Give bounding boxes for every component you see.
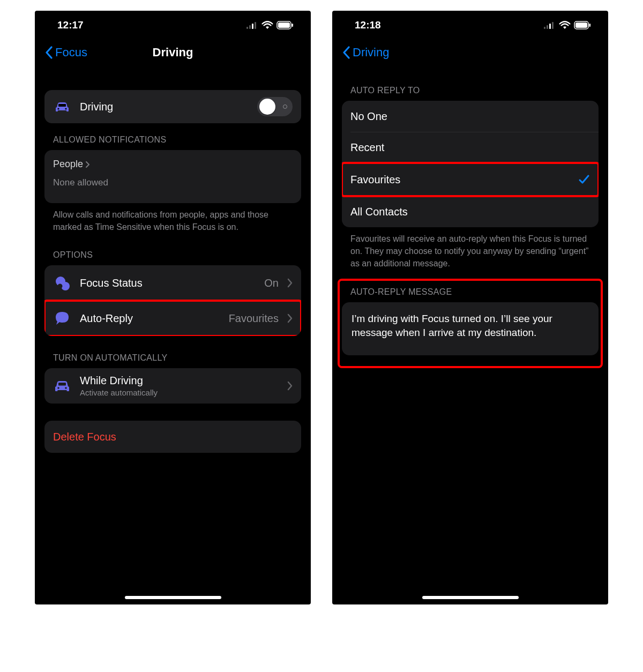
auto-reply-message-text[interactable]: I’m driving with Focus turned on. I’ll s… (342, 302, 599, 355)
auto-reply-row[interactable]: Auto-Reply Favourites (44, 301, 301, 336)
chat-bubble-icon (53, 309, 71, 327)
nav-bar: Driving (342, 39, 599, 66)
replyto-footer: Favourites will receive an auto-reply wh… (350, 233, 590, 270)
svg-rect-3 (255, 22, 256, 29)
status-time: 12:18 (355, 19, 381, 31)
chevron-left-icon (44, 46, 53, 59)
highlight-auto-reply: Auto-Reply Favourites (44, 301, 301, 336)
status-icons (246, 21, 294, 29)
svg-point-12 (58, 284, 63, 289)
section-header-allowed: ALLOWED NOTIFICATIONS (53, 135, 301, 145)
phone-right-auto-reply: 12:18 Driving AUTO REPLY TO No One R (332, 11, 608, 604)
chevron-right-icon (287, 381, 293, 391)
checkmark-icon (578, 174, 590, 185)
section-header-auto: TURN ON AUTOMATICALLY (53, 353, 301, 363)
nav-bar: Focus Driving (44, 39, 301, 66)
svg-rect-9 (58, 104, 66, 107)
status-icons (544, 21, 591, 29)
replyto-option-recent[interactable]: Recent (342, 132, 599, 163)
allowed-card[interactable]: People None allowed (44, 150, 301, 203)
svg-rect-15 (58, 383, 66, 386)
option-label: All Contacts (350, 206, 590, 218)
delete-focus-button[interactable]: Delete Focus (44, 421, 301, 453)
message-card[interactable]: I’m driving with Focus turned on. I’ll s… (342, 302, 599, 355)
svg-rect-19 (552, 22, 554, 29)
battery-icon (276, 21, 294, 29)
status-bar: 12:17 (44, 11, 301, 36)
focus-toggle-label: Driving (80, 101, 249, 113)
status-time: 12:17 (57, 19, 84, 31)
svg-rect-5 (278, 23, 290, 28)
back-button[interactable]: Driving (342, 46, 389, 59)
car-icon (53, 377, 71, 395)
people-link[interactable]: People (53, 159, 293, 170)
people-label: People (53, 159, 83, 170)
svg-rect-18 (549, 24, 551, 29)
delete-focus-label: Delete Focus (53, 431, 293, 443)
svg-rect-17 (547, 25, 548, 29)
home-indicator[interactable] (125, 596, 221, 599)
chevron-right-icon (287, 278, 293, 288)
section-header-options: OPTIONS (53, 250, 301, 260)
option-label: Favourites (350, 174, 570, 186)
svg-rect-2 (252, 24, 253, 29)
option-label: Recent (350, 141, 590, 154)
battery-icon (574, 21, 591, 29)
highlight-favourites: Favourites (342, 163, 599, 196)
svg-rect-0 (246, 27, 248, 29)
focus-status-label: Focus Status (80, 277, 256, 289)
svg-point-14 (65, 387, 67, 390)
chevron-right-icon (287, 313, 293, 323)
home-indicator[interactable] (422, 596, 519, 599)
auto-card: While Driving Activate automatically (44, 368, 301, 404)
phone-left-driving-focus: 12:17 Focus Driving Dri (35, 11, 311, 604)
allowed-footer: Allow calls and notifications from peopl… (53, 208, 293, 233)
svg-rect-16 (544, 27, 545, 29)
focus-toggle-card: Driving (44, 90, 301, 123)
replyto-card: No One Recent Favourites All Contacts (342, 101, 599, 227)
svg-rect-1 (249, 25, 251, 29)
back-label: Driving (353, 46, 389, 59)
section-header-replyto: AUTO REPLY TO (350, 86, 599, 95)
replyto-option-favourites[interactable]: Favourites (342, 163, 599, 196)
back-button[interactable]: Focus (44, 46, 87, 59)
auto-reply-label: Auto-Reply (80, 312, 220, 325)
svg-point-7 (57, 108, 59, 109)
while-driving-sub: Activate automatically (80, 388, 279, 397)
chevron-left-icon (342, 46, 350, 59)
chevron-right-icon (85, 161, 90, 168)
cellular-icon (246, 21, 258, 29)
svg-point-13 (57, 387, 59, 390)
option-label: No One (350, 110, 590, 123)
auto-reply-value: Favourites (229, 312, 279, 325)
while-driving-label: While Driving (80, 375, 279, 387)
focus-toggle[interactable] (257, 97, 293, 116)
status-bar: 12:18 (342, 11, 599, 36)
focus-status-row[interactable]: Focus Status On (44, 265, 301, 301)
people-value: None allowed (53, 177, 293, 188)
wifi-icon (559, 21, 571, 29)
options-card: Focus Status On Auto-Reply Favourites (44, 265, 301, 336)
focus-status-icon (53, 274, 71, 292)
highlight-message: AUTO-REPLY MESSAGE I’m driving with Focu… (339, 280, 602, 367)
car-icon (53, 98, 71, 116)
svg-rect-22 (589, 24, 591, 27)
back-label: Focus (55, 46, 87, 59)
svg-point-8 (65, 108, 66, 109)
section-header-msg: AUTO-REPLY MESSAGE (350, 287, 599, 297)
focus-status-value: On (264, 277, 279, 289)
while-driving-row[interactable]: While Driving Activate automatically (44, 368, 301, 404)
cellular-icon (544, 21, 556, 29)
delete-card: Delete Focus (44, 421, 301, 453)
replyto-option-all-contacts[interactable]: All Contacts (342, 196, 599, 227)
wifi-icon (261, 21, 273, 29)
replyto-option-no-one[interactable]: No One (342, 101, 599, 132)
svg-rect-6 (292, 24, 294, 27)
svg-rect-21 (575, 23, 587, 28)
